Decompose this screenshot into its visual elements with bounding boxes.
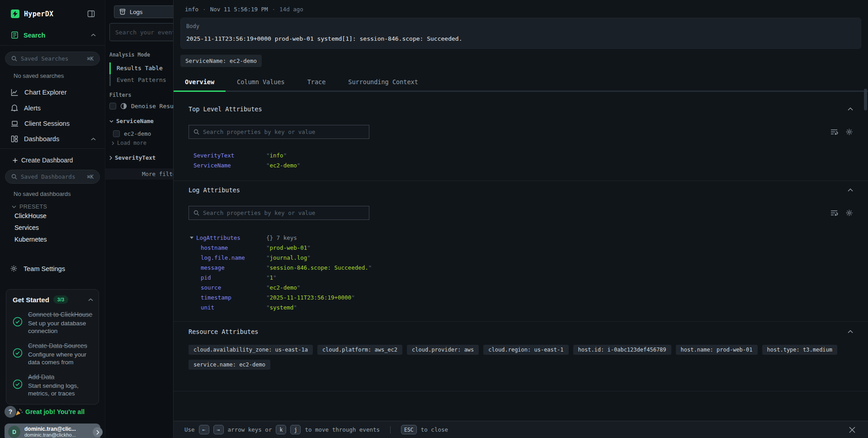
- chevron-right-icon[interactable]: [93, 427, 103, 437]
- resource-badge[interactable]: cloud.platform: aws_ec2: [317, 345, 402, 355]
- property-search-box[interactable]: [189, 206, 369, 220]
- attribute-value[interactable]: "systemd": [266, 304, 297, 311]
- resource-badge[interactable]: cloud.region: us-east-1: [483, 345, 568, 355]
- attribute-value[interactable]: "ec2-demo": [266, 284, 300, 291]
- sidebar-bottom: ? Great job! You're all D dominic.tran@c…: [0, 405, 105, 438]
- mode-event-patterns[interactable]: Event Patterns: [111, 74, 166, 86]
- attribute-root-key[interactable]: LogAttributes: [189, 234, 266, 241]
- attribute-value[interactable]: "session-846.scope: Succeeded.": [266, 264, 372, 271]
- service-name-chip[interactable]: ServiceName: ec2-demo: [180, 55, 262, 67]
- dot-separator: ·: [203, 6, 206, 13]
- property-search-input[interactable]: [203, 129, 364, 135]
- get-started-item[interactable]: Create Data Sources Configure where your…: [13, 342, 93, 366]
- attribute-key[interactable]: unit: [189, 304, 266, 311]
- mode-results-table[interactable]: Results Table: [111, 62, 166, 74]
- sidebar-item-alerts[interactable]: Alerts: [0, 100, 105, 116]
- get-started-title: Get Started: [13, 296, 49, 304]
- hint-text: to close: [421, 426, 448, 433]
- ec2-demo-checkbox[interactable]: [113, 130, 120, 137]
- resource-badge[interactable]: host.id: i-0abc123def456789: [573, 345, 671, 355]
- resource-badge[interactable]: host.name: prod-web-01: [676, 345, 758, 355]
- group-label: ServiceName: [116, 118, 154, 124]
- collapse-section-icon[interactable]: [848, 107, 853, 111]
- section-title: Top Level Attributes: [189, 105, 262, 113]
- service-filter-row: ec2-demo: [113, 130, 151, 137]
- sidebar-item-chart-explorer[interactable]: Chart Explorer: [0, 85, 105, 100]
- get-started-item[interactable]: Connect to ClickHouse Set up your databa…: [13, 310, 93, 335]
- progress-badge: 3/3: [53, 295, 68, 304]
- user-menu[interactable]: D dominic.tran@clic... dominic.tran@clic…: [5, 424, 100, 438]
- preset-kubernetes[interactable]: Kubernetes: [0, 233, 105, 245]
- attribute-key[interactable]: hostname: [189, 244, 266, 251]
- filters-label: Filters: [109, 92, 131, 98]
- body-text[interactable]: 2025-11-11T23:56:19+0000 prod-web-01 sys…: [186, 35, 855, 42]
- denoise-checkbox[interactable]: [109, 103, 116, 110]
- section-header: Resource Attributes: [189, 328, 853, 335]
- collapse-section-icon[interactable]: [848, 188, 853, 192]
- attribute-value[interactable]: "ec2-demo": [266, 162, 300, 169]
- attribute-value[interactable]: "prod-web-01": [266, 244, 311, 251]
- attribute-tree: LogAttributes {} 7 keys hostname "prod-w…: [189, 233, 853, 312]
- close-icon[interactable]: [847, 425, 857, 435]
- get-started-header[interactable]: Get Started 3/3: [13, 295, 93, 304]
- filter-group-servicename[interactable]: ServiceName: [109, 118, 154, 124]
- attribute-row: log.file.name "journal.log": [189, 252, 853, 262]
- sidebar-item-client-sessions[interactable]: Client Sessions: [0, 116, 105, 131]
- chevron-up-icon[interactable]: [91, 33, 96, 37]
- saved-searches-input[interactable]: Saved Searches ⌘K: [5, 52, 100, 66]
- chevron-up-icon[interactable]: [88, 298, 93, 301]
- attribute-row: ServiceName "ec2-demo": [189, 160, 853, 170]
- attribute-key[interactable]: pid: [189, 274, 266, 281]
- gear-icon[interactable]: [845, 128, 853, 136]
- sidebar-item-dashboards[interactable]: Dashboards: [0, 131, 105, 147]
- resource-badge[interactable]: host.type: t3.medium: [762, 345, 838, 355]
- attribute-key[interactable]: log.file.name: [189, 254, 266, 261]
- team-settings-label: Team Settings: [24, 265, 65, 272]
- create-dashboard-button[interactable]: Create Dashboard: [0, 149, 105, 164]
- attribute-row: source "ec2-demo": [189, 282, 853, 292]
- attribute-value[interactable]: "info": [266, 152, 287, 159]
- saved-dashboards-placeholder: Saved Dashboards: [21, 173, 75, 180]
- presets-toggle[interactable]: PRESETS: [12, 204, 105, 210]
- app-logo[interactable]: HyperDX: [11, 10, 53, 18]
- attribute-value[interactable]: "journal.log": [266, 254, 311, 261]
- attribute-key[interactable]: ServiceName: [189, 162, 266, 169]
- attribute-value[interactable]: "2025-11-11T23:56:19+0000": [266, 294, 355, 301]
- resource-badge[interactable]: cloud.provider: aws: [407, 345, 479, 355]
- attribute-key[interactable]: source: [189, 284, 266, 291]
- check-circle-icon: [13, 342, 23, 366]
- attribute-key[interactable]: SeverityText: [189, 152, 266, 159]
- tab-column-values[interactable]: Column Values: [226, 74, 296, 90]
- attribute-value[interactable]: "1": [266, 274, 277, 281]
- preset-clickhouse[interactable]: ClickHouse: [0, 210, 105, 222]
- resource-badge[interactable]: cloud.availability_zone: us-east-1a: [189, 345, 313, 355]
- caret-down-icon[interactable]: [190, 237, 193, 239]
- hint-text: to move through events: [305, 426, 380, 433]
- collapse-section-icon[interactable]: [848, 330, 853, 333]
- wrap-lines-icon[interactable]: [830, 129, 838, 135]
- event-header: info · Nov 11 5:56:19 PM · 14d ago: [174, 0, 868, 13]
- attribute-row: message "session-846.scope: Succeeded.": [189, 262, 853, 272]
- sidebar-item-search[interactable]: Search: [0, 21, 105, 46]
- saved-dashboards-input[interactable]: Saved Dashboards ⌘K: [5, 170, 100, 184]
- get-started-item[interactable]: Add Data Start sending logs, metrics, or…: [13, 373, 93, 397]
- property-search-input[interactable]: [203, 209, 364, 216]
- wrap-lines-icon[interactable]: [830, 209, 838, 216]
- tab-trace[interactable]: Trace: [296, 74, 337, 90]
- chevron-up-icon[interactable]: [91, 138, 96, 141]
- sidebar-item-team-settings[interactable]: Team Settings: [0, 261, 105, 276]
- sidebar-header: HyperDX: [0, 0, 105, 21]
- gear-icon[interactable]: [845, 209, 853, 217]
- resource-badge[interactable]: service.name: ec2-demo: [189, 360, 270, 370]
- presets-label: PRESETS: [19, 204, 47, 210]
- attribute-key[interactable]: message: [189, 264, 266, 271]
- collapse-sidebar-icon[interactable]: [86, 9, 96, 19]
- load-more-button[interactable]: Load more: [112, 140, 146, 146]
- preset-services[interactable]: Services: [0, 222, 105, 233]
- filter-group-severitytext[interactable]: SeverityText: [109, 154, 156, 161]
- attribute-key[interactable]: timestamp: [189, 294, 266, 301]
- property-search-box[interactable]: [189, 125, 369, 139]
- tab-surrounding-context[interactable]: Surrounding Context: [337, 74, 429, 90]
- tab-overview[interactable]: Overview: [174, 74, 226, 90]
- scrollbar-thumb[interactable]: [864, 89, 867, 110]
